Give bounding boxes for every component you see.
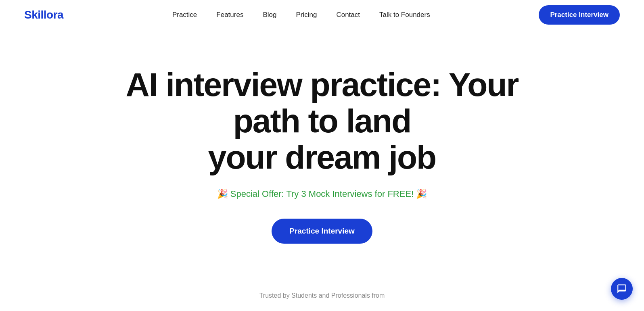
chat-icon [617, 284, 627, 294]
nav-link-blog[interactable]: Blog [263, 11, 276, 19]
nav-link-features[interactable]: Features [216, 11, 243, 19]
subtitle-text: Special Offer: Try 3 Mock Interviews for… [230, 189, 414, 199]
nav-link-pricing[interactable]: Pricing [296, 11, 317, 19]
hero-title: AI interview practice: Your path to land… [100, 67, 544, 176]
logo[interactable]: Skillora [24, 8, 63, 21]
trusted-label: Trusted by Students and Professionals fr… [259, 292, 385, 299]
hero-section: AI interview practice: Your path to land… [0, 30, 644, 268]
nav-link-contact[interactable]: Contact [336, 11, 360, 19]
trusted-section: Trusted by Students and Professionals fr… [0, 268, 644, 311]
chat-bubble-button[interactable] [611, 278, 633, 300]
subtitle-emoji-right: 🎉 [416, 189, 427, 199]
nav-link-talk-to-founders[interactable]: Talk to Founders [379, 11, 430, 19]
hero-cta-button[interactable]: Practice Interview [272, 219, 372, 244]
hero-subtitle: 🎉 Special Offer: Try 3 Mock Interviews f… [217, 189, 427, 199]
nav-links: Practice Features Blog Pricing Contact T… [172, 11, 430, 19]
nav-cta-button[interactable]: Practice Interview [539, 5, 620, 25]
nav-link-practice[interactable]: Practice [172, 11, 197, 19]
subtitle-emoji-left: 🎉 [217, 189, 228, 199]
navbar: Skillora Practice Features Blog Pricing … [0, 0, 644, 30]
